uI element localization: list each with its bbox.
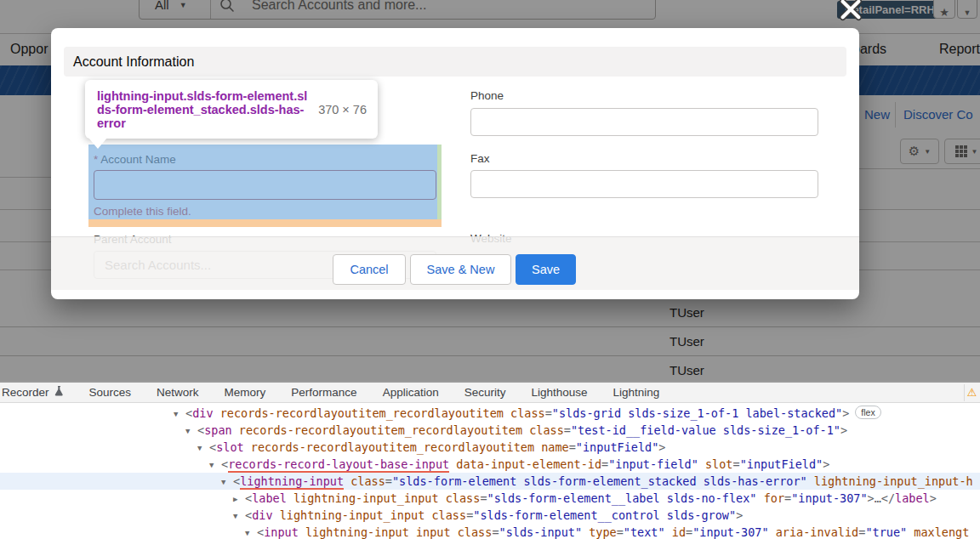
devtools-tab-label: Lightning — [613, 383, 660, 403]
code-token-tag: input — [264, 525, 299, 539]
code-token-p: < — [245, 491, 252, 505]
expand-arrow-open-icon[interactable]: ▼ — [245, 525, 257, 539]
code-token-p: > — [868, 491, 875, 505]
devtools-tab-label: Network — [157, 383, 199, 403]
code-token-tag: span — [204, 423, 232, 437]
code-token-badge: flex — [855, 406, 880, 419]
code-token-p: < — [221, 457, 228, 471]
code-token-p: > — [658, 440, 665, 454]
code-token-p: = — [480, 491, 487, 505]
code-token-val: "slds-grid slds-size_1-of-1 label-stacke… — [552, 406, 842, 420]
code-token-attr: records-recordlayoutitem_recordlayoutite… — [232, 423, 522, 437]
code-token-attr: aria-invalid — [769, 525, 859, 539]
code-token-attr: type — [582, 525, 617, 539]
devtools-tab-recorder[interactable]: Recorder — [0, 383, 77, 403]
inspect-tooltip-dimensions: 370 × 76 — [318, 103, 367, 116]
code-token-val: "inputField" — [576, 440, 659, 454]
code-token-p: = — [686, 525, 692, 539]
code-token-p: > — [736, 508, 743, 522]
flask-icon — [54, 383, 64, 403]
code-token-p: < — [233, 474, 240, 488]
section-header[interactable]: Account Information — [64, 47, 846, 77]
code-token-p: > — [842, 406, 849, 420]
expand-arrow-open-icon[interactable]: ▼ — [185, 423, 197, 439]
inspect-tooltip: lightning-input.slds-form-element.sl ds-… — [85, 80, 378, 139]
code-token-attr: class — [504, 406, 545, 420]
code-token-val: "input-307" — [791, 491, 867, 505]
code-token-attr: name — [534, 440, 569, 454]
account-name-error-text: Complete this field. — [94, 205, 191, 218]
devtools-tab-label: Application — [383, 383, 439, 403]
code-token-val: "slds-form-element slds-form-element_sta… — [392, 474, 807, 488]
code-token-attr: records-recordlayoutitem_recordlayoutite… — [244, 440, 534, 454]
code-token-attr: class — [424, 508, 466, 522]
devtools-tab-lightning[interactable]: Lightning — [601, 383, 673, 403]
code-token-val: "test-id__field-value slds-size_1-of-1" — [571, 423, 840, 437]
expand-arrow-open-icon[interactable]: ▼ — [233, 508, 245, 524]
code-token-tag: slot — [216, 440, 244, 454]
devtools-tab-memory[interactable]: Memory — [212, 383, 279, 403]
devtools-tab-sources[interactable]: Sources — [77, 383, 145, 403]
devtools-dom-tree: ▼<div records-recordlayoutitem_recordlay… — [0, 405, 980, 539]
dom-tree-line[interactable]: ▶<label lightning-input_input class="sld… — [0, 490, 980, 507]
code-token-ellip: … — [875, 491, 881, 505]
devtools-warning-indicator[interactable]: ⚠ — [964, 384, 979, 401]
code-token-val: "true" — [865, 525, 907, 539]
dom-tree-line[interactable]: ▼<div records-recordlayoutitem_recordlay… — [0, 405, 980, 422]
modal-footer: Cancel Save & New Save — [51, 236, 859, 290]
devtools-tab-performance[interactable]: Performance — [278, 383, 369, 403]
fax-label: Fax — [470, 152, 490, 165]
devtools-tab-lighthouse[interactable]: Lighthouse — [518, 383, 600, 403]
code-token-p: > — [823, 457, 829, 471]
devtools-tab-network[interactable]: Network — [144, 383, 212, 403]
code-token-val: "text" — [624, 525, 665, 539]
expand-arrow-open-icon[interactable]: ▼ — [209, 457, 221, 473]
inspect-tooltip-arrow — [88, 138, 107, 149]
cancel-button[interactable]: Cancel — [333, 254, 406, 285]
save-button[interactable]: Save — [516, 254, 576, 285]
devtools-tab-label: Performance — [291, 383, 356, 403]
code-token-attr: lightning-input_input — [287, 491, 439, 505]
code-token-val: "slds-form-element__control slds-grow" — [473, 508, 736, 522]
devtools-panel: RecorderSourcesNetworkMemoryPerformanceA… — [0, 381, 980, 539]
code-token-tag: div — [192, 406, 213, 420]
dom-tree-line[interactable]: ▼<slot records-recordlayoutitem_recordla… — [0, 439, 980, 456]
code-token-p: = — [733, 457, 740, 471]
dom-tree-line[interactable]: ▼<span records-recordlayoutitem_recordla… — [0, 422, 980, 439]
expand-arrow-open-icon[interactable]: ▼ — [221, 474, 233, 490]
required-asterisk: * — [94, 153, 98, 166]
new-account-modal: Account Information *Account Name Comple… — [51, 28, 859, 299]
dom-tree-line[interactable]: ▼<div lightning-input_input class="slds-… — [0, 507, 980, 524]
save-and-new-button[interactable]: Save & New — [410, 254, 511, 285]
expand-arrow-closed-icon[interactable]: ▶ — [233, 491, 245, 507]
code-token-p: = — [617, 525, 624, 539]
code-token-attr: class — [439, 491, 481, 505]
dom-tree-line[interactable]: ▼<input lightning-input_input class="sld… — [0, 524, 980, 539]
expand-arrow-open-icon[interactable]: ▼ — [197, 440, 209, 456]
fax-input[interactable] — [470, 170, 818, 198]
code-token-attr: slot — [698, 457, 733, 471]
code-token-tagu: lightning-input — [240, 474, 344, 490]
phone-input[interactable] — [470, 108, 818, 136]
code-token-p: < — [209, 440, 216, 454]
code-token-attr: class — [522, 423, 564, 437]
devtools-tab-security[interactable]: Security — [452, 383, 519, 403]
dom-tree-line-selected[interactable]: ▼<lightning-input class="slds-form-eleme… — [0, 473, 980, 490]
code-token-p: < — [257, 525, 264, 539]
account-name-label: *Account Name — [94, 153, 176, 166]
dom-tree-line[interactable]: ▼<records-record-layout-base-input data-… — [0, 456, 980, 473]
code-token-attr: data-input-element-id — [449, 457, 601, 471]
expand-arrow-open-icon[interactable]: ▼ — [174, 406, 185, 422]
inspect-highlight-padding — [437, 145, 442, 219]
code-token-tagu: records-record-layout-base-input — [228, 457, 449, 473]
warning-icon: ⚠ — [967, 386, 977, 399]
code-token-val: "slds-form-element__label slds-no-flex" — [487, 491, 757, 505]
close-x-cursor-icon[interactable] — [839, 0, 863, 21]
devtools-tab-label: Memory — [225, 383, 266, 403]
account-name-input[interactable] — [94, 170, 436, 200]
code-token-p: < — [245, 508, 252, 522]
devtools-tab-label: Lighthouse — [531, 383, 587, 403]
code-token-attr: lightning-input_input — [273, 508, 425, 522]
code-token-attr: class — [344, 474, 385, 488]
devtools-tab-application[interactable]: Application — [370, 383, 452, 403]
